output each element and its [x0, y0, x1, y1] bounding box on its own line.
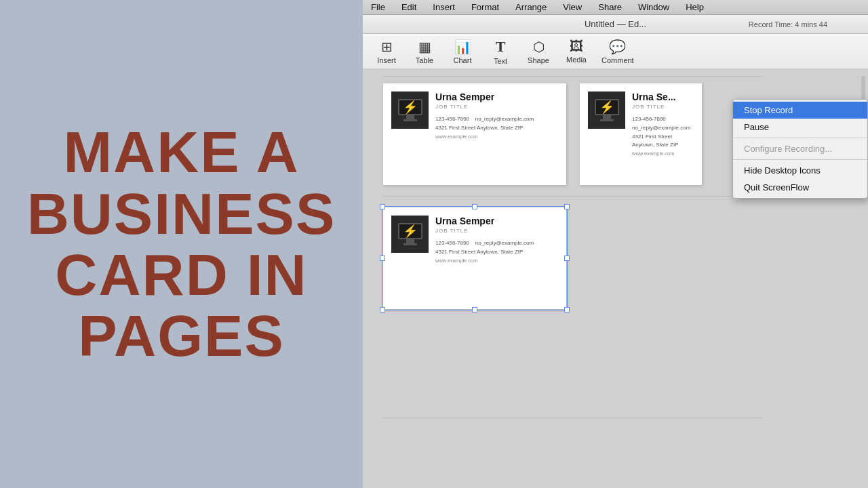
card-address-2: 4321 First Street Anytown, State ZIP	[632, 134, 678, 148]
card-job-title-3: JOB TITLE	[435, 228, 558, 234]
monitor-base-2	[600, 119, 614, 121]
middle-separator	[383, 196, 763, 197]
menu-format[interactable]: Format	[469, 2, 502, 12]
monitor-icon-3: ⚡	[398, 223, 422, 245]
separator-1	[733, 138, 867, 138]
table-button[interactable]: ▦ Table	[408, 37, 441, 66]
card-address-3: 4321 First Street Anytown, State ZIP	[435, 249, 523, 255]
card-job-title-1: JOB TITLE	[435, 104, 558, 110]
configure-recording-item[interactable]: Configure Recording...	[733, 140, 867, 157]
menu-view[interactable]: View	[560, 2, 585, 12]
handle-tr[interactable]	[564, 204, 570, 209]
menu-bar: File Edit Insert Format Arrange View Sha…	[363, 0, 868, 15]
chart-label: Chart	[454, 56, 472, 64]
lightning-icon-2: ⚡	[599, 100, 614, 115]
card-email-1: no_reply@example.com	[475, 116, 534, 122]
handle-tl[interactable]	[380, 204, 385, 209]
card-avatar-3: ⚡	[391, 216, 429, 253]
monitor-icon-1: ⚡	[398, 99, 422, 121]
card-row-1: ⚡ Urna Semper JOB TITLE 123-456-7890 n	[383, 83, 790, 185]
lightning-icon-1: ⚡	[403, 100, 418, 115]
monitor-base-1	[403, 119, 417, 121]
card-job-title-2: JOB TITLE	[632, 104, 694, 110]
card-info-1: Urna Semper JOB TITLE 123-456-7890 no_re…	[435, 92, 558, 141]
card-url-1: www.example.com	[435, 134, 478, 140]
menu-insert[interactable]: Insert	[430, 2, 458, 12]
card-phone-3: 123-456-7890	[435, 240, 469, 246]
title-bar: Untitled — Ed... Record Time: 4 mins 44	[363, 15, 868, 34]
monitor-screen-2: ⚡	[595, 99, 619, 115]
table-label: Table	[416, 56, 433, 64]
table-icon: ▦	[418, 39, 431, 55]
text-label: Text	[494, 57, 507, 65]
card-info-3: Urna Semper JOB TITLE 123-456-7890 no_re…	[435, 216, 558, 265]
quit-screenflow-item[interactable]: Quit ScreenFlow	[733, 179, 867, 196]
top-separator	[383, 76, 763, 77]
stop-record-item[interactable]: Stop Record	[733, 102, 867, 119]
card-email-3: no_reply@example.com	[475, 240, 534, 246]
card-name-2: Urna Se...	[632, 92, 694, 102]
chart-icon: 📊	[454, 39, 471, 55]
media-button[interactable]: 🖼 Media	[559, 37, 593, 66]
bottom-separator	[383, 418, 763, 418]
left-panel: MAKE ABUSINESSCARD INPAGES	[0, 0, 363, 488]
card-info-2: Urna Se... JOB TITLE 123-456-7890 no_rep…	[632, 92, 694, 159]
document-title: Untitled — Ed...	[585, 19, 646, 29]
menu-window[interactable]: Window	[635, 2, 672, 12]
handle-tm[interactable]	[472, 204, 477, 209]
business-card-1[interactable]: ⚡ Urna Semper JOB TITLE 123-456-7890 n	[383, 83, 566, 185]
media-label: Media	[566, 56, 587, 64]
canvas-area[interactable]: ⚡ Urna Semper JOB TITLE 123-456-7890 n	[363, 69, 868, 488]
insert-icon: ⊞	[381, 39, 393, 55]
card-url-2: www.example.com	[632, 150, 675, 157]
handle-mr[interactable]	[564, 256, 570, 261]
tutorial-title: MAKE ABUSINESSCARD INPAGES	[14, 108, 350, 380]
card-details-1: 123-456-7890 no_reply@example.com 4321 F…	[435, 115, 558, 141]
right-panel: File Edit Insert Format Arrange View Sha…	[363, 0, 868, 488]
pages-document: ⚡ Urna Semper JOB TITLE 123-456-7890 n	[383, 76, 790, 429]
shape-button[interactable]: ⬡ Shape	[521, 37, 555, 66]
insert-label: Insert	[377, 56, 396, 64]
comment-icon: 💬	[609, 39, 626, 55]
lightning-icon-3: ⚡	[403, 224, 418, 239]
monitor-screen-3: ⚡	[398, 223, 422, 239]
menu-help[interactable]: Help	[683, 2, 707, 12]
separator-2	[733, 159, 867, 160]
menu-share[interactable]: Share	[595, 2, 625, 12]
text-button[interactable]: T Text	[484, 37, 517, 66]
card-email-2: no_reply@example.com	[632, 125, 690, 131]
hide-desktop-icons-item[interactable]: Hide Desktop Icons	[733, 162, 867, 179]
chart-button[interactable]: 📊 Chart	[446, 37, 479, 66]
business-card-2[interactable]: ⚡ Urna Se... JOB TITLE 123-456-7890 no	[580, 83, 702, 185]
handle-bl[interactable]	[380, 307, 385, 312]
monitor-icon-2: ⚡	[595, 99, 619, 121]
monitor-base-3	[403, 243, 417, 245]
card-avatar-2: ⚡	[588, 92, 625, 129]
card-name-1: Urna Semper	[435, 92, 558, 102]
handle-br[interactable]	[564, 307, 570, 312]
comment-button[interactable]: 💬 Comment	[597, 37, 638, 66]
comment-label: Comment	[601, 56, 634, 64]
pause-item[interactable]: Pause	[733, 119, 867, 136]
insert-button[interactable]: ⊞ Insert	[370, 37, 403, 66]
toolbar: ⊞ Insert ▦ Table 📊 Chart T Text ⬡ Shape …	[363, 34, 868, 69]
business-card-3[interactable]: ⚡ Urna Semper JOB TITLE 123-456-7890 n	[383, 207, 566, 309]
text-icon: T	[496, 38, 506, 56]
card-phone-2: 123-456-7890	[632, 116, 666, 122]
card-avatar-1: ⚡	[391, 92, 429, 129]
shape-label: Shape	[528, 56, 549, 64]
shape-icon: ⬡	[533, 39, 545, 55]
card-name-3: Urna Semper	[435, 216, 558, 226]
card-details-2: 123-456-7890 no_reply@example.com 4321 F…	[632, 115, 694, 159]
handle-bm[interactable]	[472, 307, 477, 312]
card-url-3: www.example.com	[435, 258, 478, 264]
handle-ml[interactable]	[380, 256, 385, 261]
card-phone-1: 123-456-7890	[435, 116, 469, 122]
menu-file[interactable]: File	[368, 2, 388, 12]
card-address-1: 4321 First Street Anytown, State ZIP	[435, 125, 523, 131]
screenflow-dropdown: Stop Record Pause Configure Recording...…	[732, 99, 868, 199]
menu-edit[interactable]: Edit	[399, 2, 419, 12]
monitor-screen-1: ⚡	[398, 99, 422, 115]
media-icon: 🖼	[570, 39, 583, 54]
menu-arrange[interactable]: Arrange	[513, 2, 549, 12]
